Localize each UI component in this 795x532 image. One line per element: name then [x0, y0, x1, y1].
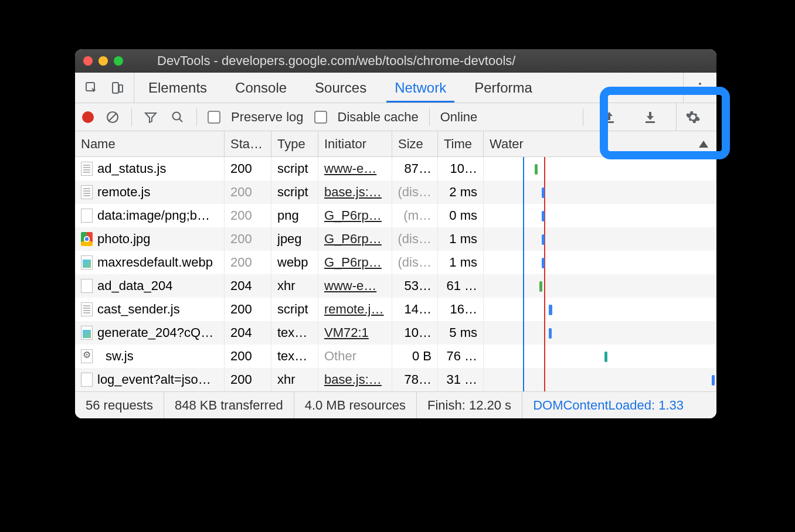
col-waterfall[interactable]: Water — [484, 131, 716, 156]
download-icon[interactable] — [642, 109, 658, 125]
table-row[interactable]: photo.jpg200jpegG_P6rp…(dis…1 ms — [75, 227, 716, 251]
request-status: 200 — [225, 251, 271, 274]
waterfall-bar — [539, 281, 542, 292]
waterfall-bar — [542, 258, 545, 268]
request-initiator[interactable]: www-e… — [324, 278, 376, 294]
table-row[interactable]: log_event?alt=jso…200xhrbase.js:…78…31 … — [75, 368, 716, 391]
disable-cache-checkbox[interactable] — [314, 111, 327, 124]
window-zoom-button[interactable] — [114, 56, 123, 66]
titlebar: DevTools - developers.google.com/web/too… — [75, 49, 716, 73]
svg-point-3 — [699, 83, 701, 85]
table-row[interactable]: generate_204?cQ…204tex…VM72:110…5 ms — [75, 321, 716, 345]
table-row[interactable]: data:image/png;b…200pngG_P6rp…(m…0 ms — [75, 204, 716, 227]
request-status: 200 — [225, 298, 271, 321]
window-close-button[interactable] — [83, 56, 93, 66]
upload-icon[interactable] — [601, 109, 617, 125]
request-type: jpeg — [271, 227, 318, 251]
request-time: 16… — [438, 298, 484, 321]
status-finish: Finish: 12.20 s — [417, 392, 522, 418]
inspect-element-icon[interactable] — [83, 80, 100, 96]
request-initiator[interactable]: G_P6rp… — [324, 208, 382, 223]
request-time: 61 … — [438, 274, 484, 298]
request-type: script — [271, 180, 318, 204]
file-type-icon — [81, 255, 93, 270]
request-size: (dis… — [392, 180, 438, 204]
panel-tabbar: Elements Console Sources Network Perform… — [75, 73, 716, 103]
col-type[interactable]: Type — [271, 131, 318, 156]
waterfall-cell — [484, 157, 716, 180]
request-size: 0 B — [392, 345, 438, 368]
device-toolbar-icon[interactable] — [109, 80, 125, 96]
request-status: 200 — [225, 227, 271, 251]
request-initiator[interactable]: base.js:… — [324, 372, 382, 387]
table-row[interactable]: ad_data_204204xhrwww-e…53…61 … — [75, 274, 716, 298]
search-icon[interactable] — [169, 109, 186, 125]
request-time: 0 ms — [438, 204, 484, 227]
status-resources: 4.0 MB resources — [294, 392, 417, 418]
request-initiator[interactable]: remote.j… — [324, 302, 383, 317]
request-initiator[interactable]: G_P6rp… — [324, 255, 382, 270]
file-type-icon — [81, 302, 93, 316]
request-status: 204 — [225, 274, 271, 298]
throttling-select[interactable]: Online — [440, 110, 478, 125]
request-initiator[interactable]: VM72:1 — [324, 325, 369, 340]
network-table-body: ad_status.js200scriptwww-e…87…10…remote.… — [75, 157, 716, 391]
request-initiator: Other — [324, 349, 356, 364]
waterfall-cell — [484, 274, 716, 298]
waterfall-bar — [542, 234, 545, 245]
table-row[interactable]: cast_sender.js200scriptremote.j…14…16… — [75, 298, 716, 321]
svg-point-5 — [699, 91, 701, 93]
tab-sources[interactable]: Sources — [301, 73, 380, 103]
request-name: ad_data_204 — [97, 278, 172, 294]
table-row[interactable]: ad_status.js200scriptwww-e…87…10… — [75, 157, 716, 180]
status-domcontentloaded: DOMContentLoaded: 1.33 — [522, 392, 694, 418]
request-time: 1 ms — [438, 227, 484, 251]
preserve-log-checkbox[interactable] — [208, 111, 220, 124]
file-type-icon — [81, 373, 93, 387]
waterfall-bar — [542, 211, 545, 221]
settings-icon[interactable] — [685, 109, 701, 125]
tab-console[interactable]: Console — [221, 73, 301, 103]
request-initiator[interactable]: www-e… — [324, 161, 376, 176]
waterfall-cell — [484, 345, 716, 368]
waterfall-bar — [604, 352, 607, 362]
waterfall-bar — [549, 328, 552, 339]
col-status[interactable]: Sta… — [225, 131, 271, 156]
col-initiator[interactable]: Initiator — [318, 131, 392, 156]
waterfall-bar — [535, 164, 538, 175]
status-transferred: 848 KB transferred — [164, 392, 294, 418]
request-initiator[interactable]: base.js:… — [324, 185, 382, 200]
request-name: generate_204?cQ… — [97, 325, 213, 340]
request-type: tex… — [271, 345, 318, 368]
file-type-icon — [81, 232, 93, 246]
waterfall-bar — [712, 375, 715, 386]
clear-icon[interactable] — [104, 109, 121, 125]
filter-icon[interactable] — [142, 109, 159, 125]
waterfall-cell — [484, 180, 716, 204]
tab-performance[interactable]: Performa — [460, 73, 546, 103]
request-initiator[interactable]: G_P6rp… — [324, 231, 382, 247]
request-time: 2 ms — [438, 180, 484, 204]
request-type: png — [271, 204, 318, 227]
waterfall-cell — [484, 368, 716, 391]
request-status: 200 — [225, 368, 271, 391]
table-row[interactable]: sw.js200tex…Other0 B76 … — [75, 345, 716, 368]
request-name: log_event?alt=jso… — [97, 372, 211, 387]
svg-point-4 — [699, 87, 701, 89]
request-time: 1 ms — [438, 251, 484, 274]
tab-elements[interactable]: Elements — [134, 73, 221, 103]
col-name[interactable]: Name — [75, 131, 225, 156]
col-time[interactable]: Time — [438, 131, 484, 156]
table-row[interactable]: remote.js200scriptbase.js:…(dis…2 ms — [75, 180, 716, 204]
record-button[interactable] — [82, 111, 94, 123]
request-size: 14… — [392, 298, 438, 321]
table-row[interactable]: maxresdefault.webp200webpG_P6rp…(dis…1 m… — [75, 251, 716, 274]
col-size[interactable]: Size — [392, 131, 438, 156]
window-minimize-button[interactable] — [98, 56, 108, 66]
tab-network[interactable]: Network — [380, 73, 460, 103]
request-name: remote.js — [97, 185, 150, 200]
request-status: 204 — [225, 321, 271, 345]
svg-point-7 — [173, 112, 181, 120]
more-menu-icon[interactable] — [692, 80, 708, 96]
status-requests: 56 requests — [75, 392, 164, 418]
